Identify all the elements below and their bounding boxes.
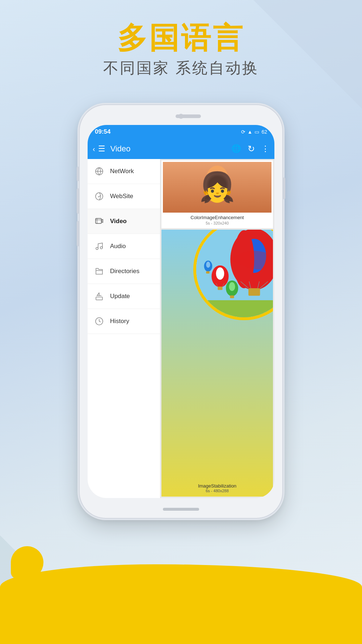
- yellow-blob-small: [11, 546, 43, 579]
- svg-rect-17: [248, 288, 260, 296]
- status-bar: 09:54 ⟳ ▲ ▭ 62: [88, 125, 274, 139]
- update-icon: [93, 290, 105, 302]
- sidebar-item-network[interactable]: NetWork: [88, 159, 160, 184]
- svg-point-7: [96, 247, 98, 250]
- website-label: WebSite: [110, 193, 133, 200]
- video-icon: [93, 216, 105, 227]
- app-toolbar: ‹ ☰ Video 🌐 ↻ ⋮: [88, 139, 274, 159]
- svg-point-34: [206, 262, 210, 268]
- balloon-inner: [196, 230, 273, 317]
- phone-speaker: [176, 114, 201, 118]
- directories-icon: [93, 265, 105, 277]
- phone-vol-down-button: [77, 221, 80, 246]
- svg-point-23: [216, 267, 224, 280]
- video-thumb-1: 👧: [163, 162, 272, 213]
- content-panel: 👧 ColorImageEnhancement 5s - 320x240: [160, 159, 274, 498]
- balloons-svg: [196, 230, 273, 317]
- video-meta-2: 6s - 480x288: [161, 489, 273, 493]
- video-title-1: ColorImageEnhancement: [190, 215, 244, 220]
- wifi-icon: ▲: [248, 129, 253, 135]
- phone-power-button: [282, 177, 285, 199]
- phone-mockup: 09:54 ⟳ ▲ ▭ 62 ‹ ☰ Video 🌐: [80, 105, 282, 518]
- video-info-2: ImageStabilization 6s - 480x288: [161, 483, 273, 493]
- svg-rect-24: [218, 287, 222, 290]
- update-label: Update: [110, 293, 130, 300]
- app-screen: 09:54 ⟳ ▲ ▭ 62 ‹ ☰ Video 🌐: [88, 125, 274, 498]
- svg-point-8: [100, 247, 102, 249]
- video-item-1[interactable]: 👧 ColorImageEnhancement 5s - 320x240: [161, 160, 273, 228]
- video-info-1: ColorImageEnhancement 5s - 320x240: [189, 213, 245, 227]
- audio-icon: [93, 241, 105, 252]
- sidebar-item-audio[interactable]: Audio: [88, 234, 160, 259]
- sidebar: NetWork WebSite: [88, 159, 160, 498]
- video-label: Video: [110, 218, 127, 225]
- network-label: NetWork: [110, 168, 134, 175]
- toolbar-title: Video: [110, 144, 231, 154]
- phone-shell: 09:54 ⟳ ▲ ▭ 62 ‹ ☰ Video 🌐: [80, 105, 282, 518]
- svg-rect-13: [196, 300, 273, 317]
- directories-label: Directories: [110, 268, 139, 275]
- video-meta-1: 5s - 320x240: [190, 221, 244, 225]
- chinese-title: 多国语言: [0, 22, 362, 54]
- chinese-subtitle: 不同国家 系统自动换: [0, 58, 362, 78]
- toolbar-right-icons: 🌐 ↻ ⋮: [231, 144, 269, 154]
- sidebar-item-update[interactable]: Update: [88, 284, 160, 309]
- yellow-blob-bottom: [0, 564, 362, 644]
- phone-home-indicator: [163, 508, 199, 511]
- rotate-icon: ⟳: [241, 129, 245, 135]
- back-arrow[interactable]: ‹: [93, 145, 95, 153]
- sidebar-item-history[interactable]: History: [88, 309, 160, 334]
- battery-level: 62: [261, 129, 267, 135]
- status-icons: ⟳ ▲ ▭ 62: [241, 129, 267, 135]
- audio-label: Audio: [110, 243, 126, 250]
- refresh-icon[interactable]: ↻: [248, 144, 255, 154]
- sidebar-item-directories[interactable]: Directories: [88, 259, 160, 284]
- video-item-2[interactable]: ImageStabilization 6s - 480x288: [161, 230, 273, 497]
- svg-rect-29: [230, 296, 234, 298]
- svg-rect-10: [96, 297, 102, 300]
- more-options-icon[interactable]: ⋮: [261, 144, 269, 154]
- globe-icon[interactable]: 🌐: [231, 144, 241, 154]
- balloon-circle: [193, 230, 273, 320]
- website-icon: [93, 191, 105, 202]
- phone-vol-up-button: [77, 188, 80, 214]
- phone-mute-button: [77, 167, 80, 181]
- sidebar-item-website[interactable]: WebSite: [88, 184, 160, 209]
- battery-icon: ▭: [254, 129, 259, 135]
- network-icon: [93, 166, 105, 177]
- svg-point-28: [229, 282, 235, 291]
- sidebar-item-video[interactable]: Video: [88, 209, 160, 234]
- menu-hamburger-icon[interactable]: ☰: [98, 144, 105, 154]
- history-label: History: [110, 318, 129, 325]
- svg-rect-3: [96, 218, 101, 223]
- svg-rect-35: [206, 271, 209, 274]
- phone-screen: 09:54 ⟳ ▲ ▭ 62 ‹ ☰ Video 🌐: [88, 125, 274, 498]
- history-icon: [93, 315, 105, 327]
- video-title-2: ImageStabilization: [161, 483, 273, 489]
- status-time: 09:54: [95, 128, 110, 135]
- header-area: 多国语言 不同国家 系统自动换: [0, 22, 362, 78]
- app-content: NetWork WebSite: [88, 159, 274, 498]
